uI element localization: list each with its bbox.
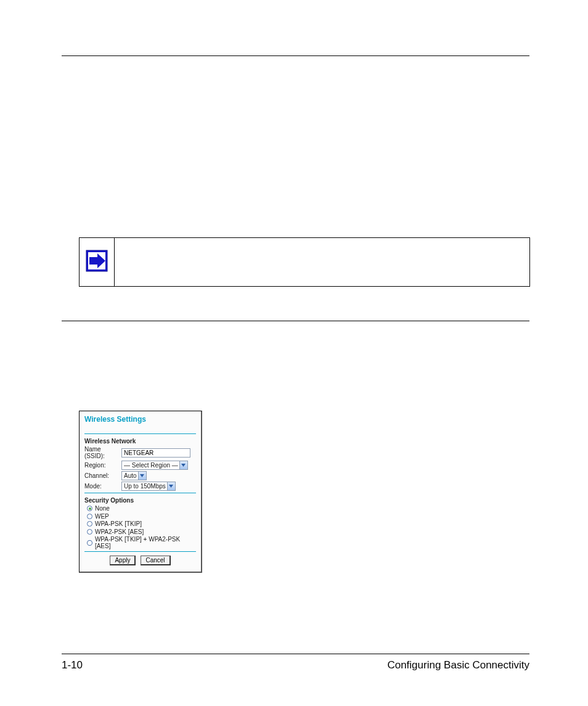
- wireless-network-heading: Wireless Network: [84, 438, 196, 445]
- row-ssid: Name (SSID):: [84, 446, 196, 459]
- security-option-wpa-mixed[interactable]: WPA-PSK [TKIP] + WPA2-PSK [AES]: [87, 536, 196, 549]
- security-option-wep[interactable]: WEP: [87, 513, 196, 520]
- divider: [84, 493, 196, 493]
- footer-rule: [62, 654, 529, 654]
- option-label: WPA-PSK [TKIP]: [95, 520, 142, 527]
- radio-icon: [87, 506, 92, 511]
- mode-label: Mode:: [84, 483, 119, 490]
- section-title: Configuring Basic Connectivity: [387, 659, 529, 671]
- cancel-button[interactable]: Cancel: [141, 556, 170, 565]
- note-icon-cell: [80, 238, 115, 286]
- note-box: [79, 237, 530, 287]
- region-label: Region:: [84, 462, 119, 469]
- region-select[interactable]: — Select Region —: [121, 461, 188, 470]
- top-rule: [62, 55, 529, 56]
- page-number: 1-10: [62, 659, 83, 671]
- ssid-input[interactable]: [121, 448, 190, 458]
- section-rule: [62, 321, 529, 321]
- radio-icon: [87, 540, 92, 546]
- divider: [84, 551, 196, 552]
- mode-select[interactable]: Up to 150Mbps: [121, 482, 176, 491]
- radio-icon: [87, 529, 92, 535]
- row-region: Region: — Select Region —: [84, 461, 196, 470]
- mode-value: Up to 150Mbps: [124, 483, 167, 490]
- radio-icon: [87, 521, 92, 527]
- security-options-heading: Security Options: [84, 497, 196, 504]
- panel-title: Wireless Settings: [84, 415, 196, 424]
- arrow-right-icon: [86, 250, 108, 274]
- apply-button[interactable]: Apply: [110, 556, 136, 565]
- channel-label: Channel:: [84, 472, 119, 479]
- divider: [84, 433, 196, 434]
- page-footer: 1-10 Configuring Basic Connectivity: [62, 659, 529, 671]
- document-page: Wireless Settings Wireless Network Name …: [0, 0, 588, 706]
- button-row: Apply Cancel: [84, 556, 196, 565]
- wireless-settings-panel: Wireless Settings Wireless Network Name …: [79, 411, 202, 573]
- option-label: WPA2-PSK [AES]: [95, 528, 144, 535]
- security-option-wpa2-aes[interactable]: WPA2-PSK [AES]: [87, 528, 196, 535]
- security-option-none[interactable]: None: [87, 505, 196, 512]
- chevron-down-icon: [167, 482, 175, 490]
- radio-icon: [87, 514, 92, 519]
- security-option-wpa-tkip[interactable]: WPA-PSK [TKIP]: [87, 520, 196, 527]
- chevron-down-icon: [138, 472, 146, 480]
- region-value: — Select Region —: [124, 462, 179, 469]
- chevron-down-icon: [179, 461, 187, 469]
- row-mode: Mode: Up to 150Mbps: [84, 482, 196, 491]
- row-channel: Channel: Auto: [84, 471, 196, 480]
- option-label: None: [95, 505, 110, 512]
- option-label: WPA-PSK [TKIP] + WPA2-PSK [AES]: [95, 536, 196, 549]
- channel-value: Auto: [124, 472, 138, 479]
- note-body: [115, 238, 529, 286]
- option-label: WEP: [95, 513, 109, 520]
- ssid-label: Name (SSID):: [84, 446, 119, 459]
- channel-select[interactable]: Auto: [121, 471, 147, 480]
